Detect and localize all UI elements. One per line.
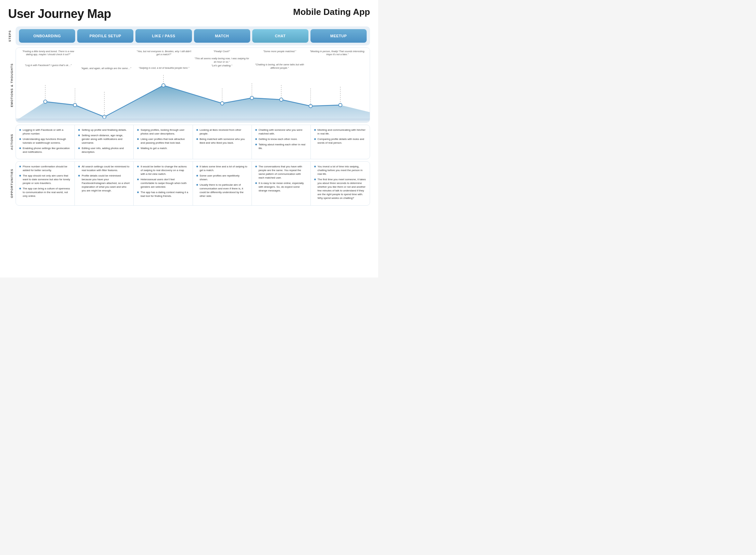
action-item: Getting to know each other more. [255,138,307,141]
quote-chat-1: "Some more people matched." [251,50,308,53]
opp-col-profile: All search settings could be minimised t… [75,162,134,205]
quote-like-1: "Yea, but not everyone is. Besides, why … [136,50,192,56]
opp-item: The first time you meet someone, it take… [314,178,366,200]
bullet-icon [255,182,257,184]
bullet-icon [196,184,198,186]
bullet-icon [137,191,139,193]
step-like-pass: LIKE / PASS [135,29,192,43]
steps-container: ONBOARDING PROFILE SETUP LIKE / PASS MAT… [16,26,370,45]
bullet-icon [314,129,316,131]
actions-label-col: ACTIONS [8,125,16,159]
quote-match-2: "This all seems really boring now, I was… [193,57,250,63]
bullet-icon [78,166,80,167]
opp-item: Heterosexual users don't feel comfortabl… [137,178,189,189]
action-item: Liking user profiles that look attractiv… [137,138,189,145]
emotions-chart-area: "Feeling a little lonely and bored. Ther… [16,48,370,122]
opportunities-content: Phone number confirmation should be adde… [16,161,370,205]
bullet-icon [314,138,316,140]
opportunities-label: OPPORTUNITIES [10,169,14,198]
bullet-icon [314,179,316,180]
action-item: Setting search distance, age range, gend… [78,134,130,145]
main-title: User Journey Map [8,7,111,21]
bullet-icon [19,175,21,177]
opp-col-onboarding: Phone number confirmation should be adde… [16,162,75,205]
bullet-icon [196,138,198,140]
action-item: Chatting with someone who you were match… [255,128,307,136]
opp-item: It takes some time and a lot of swiping … [196,165,248,172]
quote-onboarding-2: "Log in with Facebook? I guess that's ok… [20,64,77,67]
actions-content: Logging in with Facebook or with a phone… [16,125,370,159]
action-item: Editing user info, adding photos and des… [78,147,130,154]
quote-match-3: "Let's get chatting." [193,64,250,67]
actions-col-chat: Chatting with someone who you were match… [252,125,311,159]
opportunities-section: OPPORTUNITIES Phone number confirmation … [8,161,370,205]
emotions-label-col: EMOTIONS & THOUGHTS [8,47,16,123]
opp-item: Usually there is no particular aim of co… [196,183,248,198]
action-item: Meeting and communicating with him/her i… [314,128,366,136]
bullet-icon [255,138,257,140]
step-meetup: MEETUP [310,29,367,43]
actions-col-meetup: Meeting and communicating with him/her i… [311,125,370,159]
bullet-icon [137,166,139,167]
actions-col-like: Swiping profiles, looking through user p… [134,125,193,159]
opp-item: The app can bring a culture of openness … [19,187,71,198]
action-item: Enabling phone settings like geolocation… [19,147,71,154]
emotions-label: EMOTIONS & THOUGHTS [10,63,14,107]
step-match: MATCH [194,29,250,43]
bullet-icon [78,175,80,177]
bullet-icon [78,129,80,131]
opp-item: You invest a lot of time into swiping, c… [314,165,366,176]
emotions-content: "Feeling a little lonely and bored. Ther… [16,47,370,123]
opp-item: It is easy to be mean online, especially… [255,182,307,193]
emotions-section: EMOTIONS & THOUGHTS "Feeling a little lo… [8,47,370,123]
opp-item: It would be better to change the actions… [137,165,189,176]
bullet-icon [255,129,257,131]
bullet-icon [19,188,21,189]
bullet-icon [19,129,21,131]
steps-row: STEPS ONBOARDING PROFILE SETUP LIKE / PA… [8,26,370,45]
actions-col-match: Looking at likes received from other peo… [193,125,252,159]
bullet-icon [137,129,139,131]
bullet-icon [78,147,80,149]
quote-onboarding-1: "Feeling a little lonely and bored. Ther… [20,50,77,56]
chart-fill-area [16,85,370,121]
bullet-icon [255,166,257,167]
opportunities-label-col: OPPORTUNITIES [8,161,16,205]
opp-col-meetup: You invest a lot of time into swiping, c… [311,162,370,205]
step-chat: CHAT [252,29,308,43]
emotion-chart-svg [16,68,370,122]
bullet-icon [78,135,80,136]
opp-col-match: It takes some time and a lot of swiping … [193,162,252,205]
action-item: Setting up profile and finalising detail… [78,128,130,132]
action-item: Looking at likes received from other peo… [196,128,248,136]
actions-label: ACTIONS [10,134,14,150]
bullet-icon [196,175,198,177]
action-item: Understanding app functions through tuto… [19,138,71,145]
opp-item: The app has a dating context making it a… [137,191,189,198]
action-item: Being matched with someone who you liked… [196,138,248,145]
bullet-icon [19,166,21,167]
bullet-icon [19,138,21,140]
opp-col-chat: The conversations that you have with peo… [252,162,311,205]
page: User Journey Map Mobile Dating App STEPS… [0,0,378,278]
chart-base-bar [16,118,370,122]
header: User Journey Map Mobile Dating App [8,7,370,21]
opp-item: All search settings could be minimised t… [78,165,130,172]
bullet-icon [314,166,316,167]
step-onboarding: ONBOARDING [19,29,75,43]
opp-item: Profile details could be minimised becau… [78,174,130,193]
opp-item: Phone number confirmation should be adde… [19,165,71,172]
opportunities-grid: Phone number confirmation should be adde… [16,162,370,205]
action-item: Logging in with Facebook or with a phone… [19,128,71,136]
action-item: Talking about meeting each other in real… [255,143,307,150]
actions-col-onboarding: Logging in with Facebook or with a phone… [16,125,75,159]
actions-section: ACTIONS Logging in with Facebook or with… [8,125,370,159]
quote-match-1: "Finally! Cool!!" [193,50,250,53]
opp-item: Some user profiles are repetitively show… [196,174,248,182]
actions-grid: Logging in with Facebook or with a phone… [16,125,370,159]
opp-col-like: It would be better to change the actions… [134,162,193,205]
bullet-icon [255,144,257,145]
actions-col-profile: Setting up profile and finalising detail… [75,125,134,159]
bullet-icon [137,147,139,149]
app-title: Mobile Dating App [293,7,370,17]
